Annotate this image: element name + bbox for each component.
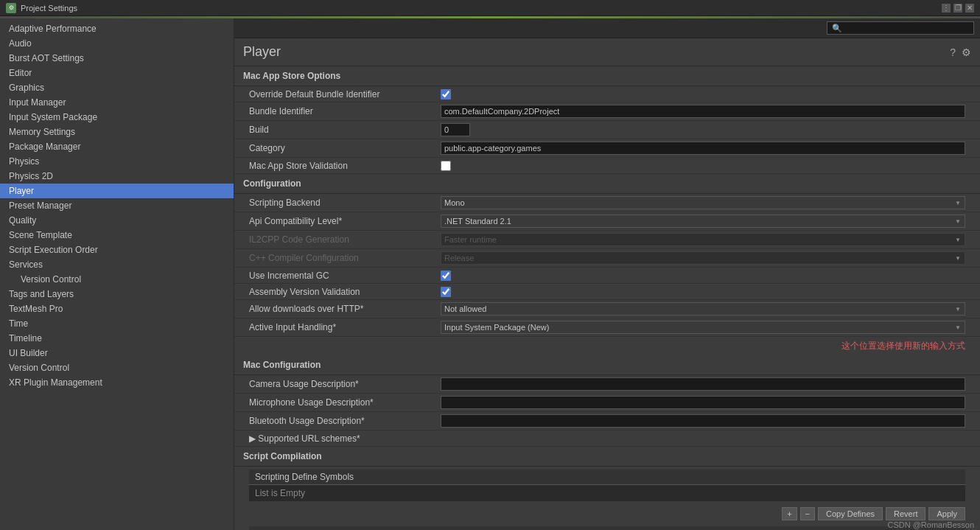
override-bundle-id-label: Override Default Bundle Identifier <box>249 89 441 100</box>
sidebar-item-memory-settings[interactable]: Memory Settings <box>0 125 234 139</box>
mac-app-store-options-header: Mac App Store Options <box>234 66 980 86</box>
sidebar-item-preset-manager[interactable]: Preset Manager <box>0 198 234 213</box>
build-label: Build <box>249 125 441 135</box>
scripting-define-title: Scripting Define Symbols <box>249 470 965 485</box>
sidebar-item-quality[interactable]: Quality <box>0 213 234 228</box>
scripting-backend-label: Scripting Backend <box>249 198 441 208</box>
sidebar-item-scene-template[interactable]: Scene Template <box>0 228 234 243</box>
settings-button[interactable]: ⚙ <box>962 46 971 58</box>
copy-defines-button[interactable]: Copy Defines <box>818 507 883 520</box>
sidebar-item-physics-2d[interactable]: Physics 2D <box>0 169 234 184</box>
active-input-label: Active Input Handling* <box>249 322 441 332</box>
category-label: Category <box>249 143 441 153</box>
mac-app-store-validation-checkbox[interactable] <box>441 161 451 171</box>
cpp-compiler-label: C++ Compiler Configuration <box>249 253 441 263</box>
allow-downloads-select[interactable]: Not allowed <box>441 302 965 315</box>
scripting-define-empty: List is Empty <box>249 485 965 501</box>
use-incremental-gc-checkbox[interactable] <box>441 271 451 281</box>
assembly-validation-row: Assembly Version Validation <box>234 284 980 300</box>
restore-btn[interactable]: ❐ <box>953 4 962 13</box>
content-area: Player ? ⚙ Mac App Store Options Overrid… <box>234 18 980 530</box>
menu-btn[interactable]: ⋮ <box>942 4 951 13</box>
sidebar-item-timeline[interactable]: Timeline <box>0 331 234 346</box>
sidebar-item-editor[interactable]: Editor <box>0 66 234 80</box>
microphone-usage-input[interactable] <box>441 396 965 409</box>
override-bundle-id-checkbox[interactable] <box>441 89 451 100</box>
additional-compiler-title: Additional Compiler Arguments <box>249 526 965 530</box>
build-input[interactable] <box>441 123 470 136</box>
sidebar-item-audio[interactable]: Audio <box>0 36 234 51</box>
category-input[interactable] <box>441 142 965 155</box>
script-compilation-header: Script Compilation <box>234 447 980 467</box>
il2cpp-select[interactable]: Faster runtime <box>441 233 965 246</box>
search-input[interactable] <box>827 21 974 35</box>
supported-url-row: ▶ Supported URL schemes* <box>234 430 980 447</box>
api-compatibility-select-wrapper: .NET Standard 2.1 <box>441 215 965 228</box>
api-compatibility-select[interactable]: .NET Standard 2.1 <box>441 215 965 228</box>
header-icons: ? ⚙ <box>950 46 971 58</box>
mac-app-store-validation-label: Mac App Store Validation <box>249 161 441 171</box>
sidebar-item-tags-layers[interactable]: Tags and Layers <box>0 287 234 301</box>
page-title: Player <box>243 44 281 60</box>
sidebar-item-graphics[interactable]: Graphics <box>0 80 234 95</box>
sidebar-item-textmesh-pro[interactable]: TextMesh Pro <box>0 301 234 316</box>
additional-compiler-container: Additional Compiler Arguments List is Em… <box>249 526 965 530</box>
sidebar-item-player[interactable]: Player <box>0 184 234 198</box>
sidebar-item-services[interactable]: Services <box>0 257 234 272</box>
use-incremental-gc-row: Use Incremental GC <box>234 268 980 284</box>
title-bar: ⚙ Project Settings ⋮ ❐ ✕ <box>0 0 980 16</box>
add-define-button[interactable]: + <box>782 507 797 520</box>
active-input-select[interactable]: Input System Package (New) <box>441 321 965 334</box>
sidebar-item-xr-plugin[interactable]: XR Plugin Management <box>0 375 234 390</box>
sidebar-item-input-manager[interactable]: Input Manager <box>0 95 234 110</box>
close-btn[interactable]: ✕ <box>965 4 974 13</box>
active-input-select-wrapper: Input System Package (New) <box>441 321 965 334</box>
camera-usage-label: Camera Usage Description* <box>249 379 441 389</box>
assembly-validation-checkbox[interactable] <box>441 287 451 297</box>
bluetooth-usage-input[interactable] <box>441 414 965 428</box>
active-input-row: Active Input Handling* Input System Pack… <box>234 318 980 337</box>
api-compatibility-label: Api Compatibility Level* <box>249 216 441 226</box>
api-compatibility-row: Api Compatibility Level* .NET Standard 2… <box>234 212 980 231</box>
watermark: CSDN @RomanBesson <box>887 520 974 529</box>
il2cpp-select-wrapper: Faster runtime <box>441 233 965 246</box>
revert-defines-button[interactable]: Revert <box>886 507 925 520</box>
il2cpp-label: IL2CPP Code Generation <box>249 234 441 245</box>
help-button[interactable]: ? <box>950 46 956 58</box>
apply-defines-button[interactable]: Apply <box>928 507 965 520</box>
remove-define-button[interactable]: − <box>800 507 815 520</box>
cpp-compiler-row: C++ Compiler Configuration Release <box>234 249 980 268</box>
sidebar-item-input-system[interactable]: Input System Package <box>0 110 234 125</box>
scripting-define-container: Scripting Define Symbols List is Empty <box>249 470 965 501</box>
active-input-tooltip: 这个位置选择使用新的输入方式 <box>234 337 980 355</box>
bundle-identifier-input[interactable] <box>441 105 965 118</box>
microphone-usage-label: Microphone Usage Description* <box>249 397 441 408</box>
main-container: Adaptive Performance Audio Burst AOT Set… <box>0 18 980 530</box>
il2cpp-row: IL2CPP Code Generation Faster runtime <box>234 231 980 249</box>
sidebar-item-ui-builder[interactable]: UI Builder <box>0 346 234 360</box>
override-bundle-id-checkbox-container <box>441 89 451 100</box>
override-bundle-id-row: Override Default Bundle Identifier <box>234 86 980 102</box>
sidebar-item-adaptive-performance[interactable]: Adaptive Performance <box>0 21 234 36</box>
cpp-compiler-select[interactable]: Release <box>441 251 965 265</box>
app-icon: ⚙ <box>6 3 16 13</box>
camera-usage-input[interactable] <box>441 377 965 391</box>
sidebar-item-time[interactable]: Time <box>0 316 234 331</box>
allow-downloads-label: Allow downloads over HTTP* <box>249 304 441 314</box>
category-row: Category <box>234 139 980 158</box>
sidebar-item-version-control[interactable]: Version Control <box>0 272 234 287</box>
sidebar: Adaptive Performance Audio Burst AOT Set… <box>0 18 234 530</box>
sidebar-item-package-manager[interactable]: Package Manager <box>0 139 234 154</box>
mac-configuration-header: Mac Configuration <box>234 355 980 375</box>
window-title: Project Settings <box>21 4 942 13</box>
scripting-backend-select[interactable]: Mono <box>441 196 965 209</box>
supported-url-label[interactable]: ▶ Supported URL schemes* <box>249 433 441 444</box>
page-header: Player ? ⚙ <box>234 38 980 66</box>
sidebar-item-version-control-2[interactable]: Version Control <box>0 360 234 375</box>
sidebar-item-burst-aot[interactable]: Burst AOT Settings <box>0 51 234 66</box>
sidebar-item-physics[interactable]: Physics <box>0 154 234 169</box>
scripting-backend-row: Scripting Backend Mono <box>234 194 980 212</box>
assembly-validation-checkbox-container <box>441 287 451 297</box>
configuration-header: Configuration <box>234 174 980 194</box>
sidebar-item-script-execution[interactable]: Script Execution Order <box>0 243 234 257</box>
